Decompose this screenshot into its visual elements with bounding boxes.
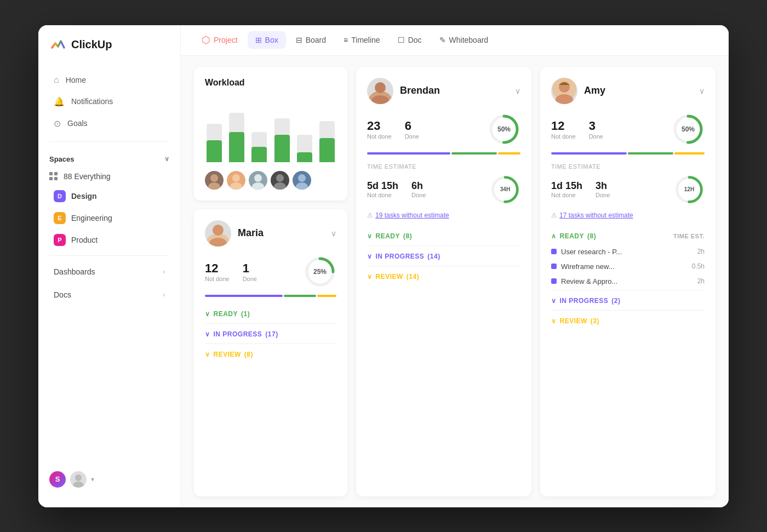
maria-progress-header[interactable]: ∨ IN PROGRESS (17) [205, 326, 336, 342]
bar-group-6 [318, 107, 336, 162]
brendan-done-number: 6 [405, 119, 419, 133]
spaces-header: Spaces ∨ [38, 146, 180, 168]
a-bar-yellow [674, 152, 705, 155]
brendan-color-bar [367, 152, 520, 155]
amy-chevron[interactable]: ∨ [699, 87, 705, 95]
brendan-warning: ⚠ 19 tasks without estimate [367, 211, 520, 219]
sidebar-item-engineering[interactable]: E Engineering [43, 208, 176, 228]
task-dot-2 [551, 264, 557, 269]
bar-total-6 [319, 121, 335, 162]
sidebar-item-design[interactable]: D Design [43, 186, 176, 207]
chevron-progress: ∨ [205, 330, 210, 338]
everything-icon [49, 172, 58, 181]
tab-project-label: Project [214, 36, 238, 44]
spaces-label: Spaces [49, 155, 75, 163]
brendan-ready: ∨ READY (8) [367, 228, 520, 246]
b-chevron-review: ∨ [367, 273, 373, 281]
sidebar-item-goals[interactable]: ⊙ Goals [43, 113, 176, 134]
sidebar-item-everything-label: 88 Everything [64, 172, 111, 181]
a-chevron-progress: ∨ [551, 297, 557, 305]
divider-progress [205, 344, 336, 344]
left-column: Workload [194, 67, 347, 496]
sidebar-item-product[interactable]: P Product [43, 230, 176, 250]
brendan-review-header[interactable]: ∨ REVIEW (14) [367, 268, 520, 285]
amy-review-header[interactable]: ∨ REVIEW (3) [551, 313, 705, 329]
bar-group-1 [205, 107, 223, 162]
maria-review-header[interactable]: ∨ REVIEW (8) [205, 346, 336, 363]
task-item-1: User research - P... 2h [551, 244, 705, 259]
maria-header: Maria ∨ [205, 220, 336, 247]
amy-time-label: TIME ESTIMATE [551, 163, 705, 170]
amy-ready-header[interactable]: ∧ READY (8) TIME EST. [551, 228, 705, 244]
user-chevron[interactable]: ▾ [91, 476, 94, 483]
amy-not-done-number: 12 [551, 119, 576, 133]
task-item-2: Wireframe new... 0.5h [551, 259, 705, 274]
tab-box[interactable]: ⊞ Box [248, 31, 286, 49]
avatar-5 [293, 171, 311, 190]
amy-ready-sec: ∧ READY (8) TIME EST. User research - P.… [551, 228, 705, 290]
product-badge: P [54, 234, 66, 246]
sidebar-item-dashboards[interactable]: Dashboards › [43, 261, 176, 283]
sidebar-item-docs[interactable]: Docs › [43, 284, 176, 306]
goals-icon: ⊙ [54, 118, 61, 129]
divider-ready [205, 323, 336, 324]
bar-container-5 [295, 107, 313, 162]
task-time-2: 0.5h [692, 262, 705, 270]
sidebar-footer: S ▾ [38, 462, 180, 496]
task-item-3: Review & Appro... 2h [551, 274, 705, 289]
tab-timeline[interactable]: ≡ Timeline [336, 31, 388, 49]
logo[interactable]: ClickUp [38, 36, 180, 67]
brendan-chevron[interactable]: ∨ [515, 87, 520, 95]
maria-done: 1 Done [243, 261, 257, 282]
spaces-chevron[interactable]: ∨ [164, 155, 169, 163]
maria-card: Maria ∨ 12 Not done 1 Done [194, 209, 347, 496]
design-badge: D [54, 190, 66, 202]
amy-name: Amy [584, 85, 605, 96]
chevron-review: ∨ [205, 351, 210, 358]
amy-done-number: 3 [589, 119, 603, 133]
brendan-progress-header[interactable]: ∨ IN PROGRESS (14) [367, 248, 520, 265]
brendan-warning-link[interactable]: 19 tasks without estimate [375, 211, 449, 219]
sidebar-item-everything[interactable]: 88 Everything [38, 168, 180, 185]
bar-container-1 [205, 107, 223, 162]
box-icon: ⊞ [255, 36, 262, 44]
a-chevron-review: ∨ [551, 317, 557, 325]
brendan-time-ring-label: 34H [500, 186, 510, 192]
bar-group-2 [227, 107, 245, 162]
bar-done-4 [274, 135, 290, 162]
bar-done-5 [297, 152, 312, 162]
maria-ready-count: (1) [241, 310, 250, 318]
maria-ready-label: READY [214, 310, 238, 318]
brendan-time-section: TIME ESTIMATE 5d 15h Not done 6h Done [367, 163, 520, 205]
svg-point-18 [375, 82, 386, 93]
tab-project[interactable]: ⬡ Project [194, 30, 245, 50]
task-name-1: User research - P... [561, 248, 693, 256]
brendan-ready-count: (8) [403, 232, 412, 240]
amy-time-ring-label: 12H [684, 186, 694, 192]
tab-doc[interactable]: ☐ Doc [390, 31, 430, 49]
sidebar-item-notifications[interactable]: 🔔 Notifications [43, 91, 176, 112]
svg-point-10 [298, 174, 306, 182]
avatar-1 [205, 171, 224, 190]
brendan-review-sec: ∨ REVIEW (14) [367, 268, 520, 285]
amy-time-stats: 1d 15h Not done 3h Done [551, 174, 705, 205]
avatar-2 [227, 171, 245, 190]
amy-done-time-val: 3h [596, 180, 610, 192]
sidebar-item-home[interactable]: ⌂ Home [43, 70, 176, 90]
maria-chevron[interactable]: ∨ [331, 229, 336, 238]
tab-whiteboard[interactable]: ✎ Whiteboard [432, 31, 496, 49]
tab-board[interactable]: ⊟ Board [288, 31, 334, 49]
amy-progress-header[interactable]: ∨ IN PROGRESS (2) [551, 293, 705, 309]
user-avatar-s[interactable]: S [49, 471, 66, 488]
app-window: ClickUp ⌂ Home 🔔 Notifications ⊙ Goals [38, 25, 729, 507]
maria-ready-header[interactable]: ∨ READY (1) [205, 306, 336, 322]
amy-warning-link[interactable]: 17 tasks without estimate [559, 211, 633, 219]
svg-point-4 [232, 174, 240, 182]
amy-header: Amy ∨ [551, 78, 705, 104]
brendan-ready-header[interactable]: ∨ READY (8) [367, 228, 520, 244]
docs-label: Docs [54, 290, 71, 299]
maria-ring-label: 25% [313, 268, 327, 276]
sidebar-item-notifications-label: Notifications [71, 97, 113, 106]
task-dot-1 [551, 249, 557, 254]
svg-point-3 [208, 182, 220, 190]
